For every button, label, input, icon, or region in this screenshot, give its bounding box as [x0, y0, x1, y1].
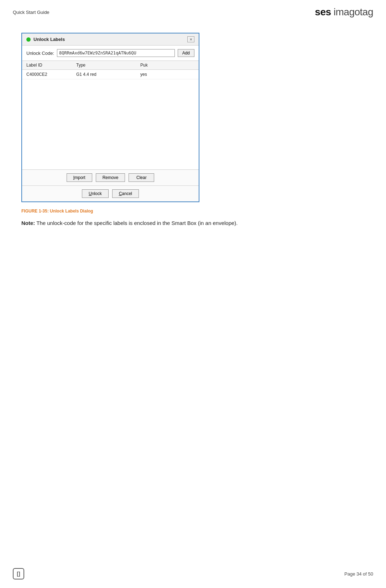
cell-label-id: C4000CE2 [26, 71, 76, 78]
remove-button[interactable]: Remove [96, 173, 125, 182]
footer-icon: [] [13, 568, 24, 579]
page-number: Page 34 of 50 [344, 571, 373, 577]
logo-ses: ses [315, 6, 331, 17]
unlock-code-row: Unlock Code: Add [22, 46, 199, 61]
table-area: Label ID Type Puk C4000CE2 G1 4.4 red ye… [22, 61, 199, 170]
note-text: The unlock-code for the specific labels … [35, 220, 238, 226]
unlock-button[interactable]: Unlock [82, 189, 109, 198]
col-header-label-id: Label ID [26, 63, 76, 68]
unlock-code-label: Unlock Code: [26, 51, 54, 56]
close-button[interactable]: × [187, 36, 194, 42]
dialog-button-row-1: Import Remove Clear [22, 170, 199, 186]
import-button[interactable]: Import [67, 173, 92, 182]
brand-logo: ses imagotag [315, 6, 373, 18]
add-button[interactable]: Add [178, 49, 194, 57]
status-dot-icon [26, 37, 31, 42]
dialog-title: Unlock Labels [33, 37, 65, 42]
table-body: C4000CE2 G1 4.4 red yes [22, 70, 199, 169]
unlock-labels-dialog: Unlock Labels × Unlock Code: Add Label I… [21, 33, 199, 202]
guide-label: Quick Start Guide [13, 10, 49, 15]
main-content: Unlock Labels × Unlock Code: Add Label I… [0, 22, 386, 249]
table-header: Label ID Type Puk [22, 61, 199, 70]
dialog-button-row-2: Unlock Cancel [22, 186, 199, 201]
note-paragraph: Note: The unlock-code for the specific l… [21, 219, 365, 227]
cell-puk: yes [140, 71, 194, 78]
clear-button[interactable]: Clear [129, 173, 154, 182]
note-label: Note: [21, 220, 35, 226]
page-footer: [] Page 34 of 50 [0, 568, 386, 579]
col-header-puk: Puk [140, 63, 194, 68]
cancel-button[interactable]: Cancel [112, 189, 139, 198]
page-header: Quick Start Guide ses imagotag [0, 0, 386, 22]
table-row[interactable]: C4000CE2 G1 4.4 red yes [22, 70, 199, 79]
dialog-title-left: Unlock Labels [26, 37, 65, 42]
cell-type: G1 4.4 red [76, 71, 140, 78]
unlock-code-input[interactable] [57, 49, 175, 57]
logo-imagotag: imagotag [331, 6, 373, 17]
dialog-titlebar: Unlock Labels × [22, 33, 199, 46]
figure-caption: FIGURE 1-35: Unlock Labels Dialog [21, 209, 365, 214]
footer-icon-text: [] [17, 571, 20, 577]
dialog-wrapper: Unlock Labels × Unlock Code: Add Label I… [21, 33, 199, 202]
col-header-type: Type [76, 63, 140, 68]
